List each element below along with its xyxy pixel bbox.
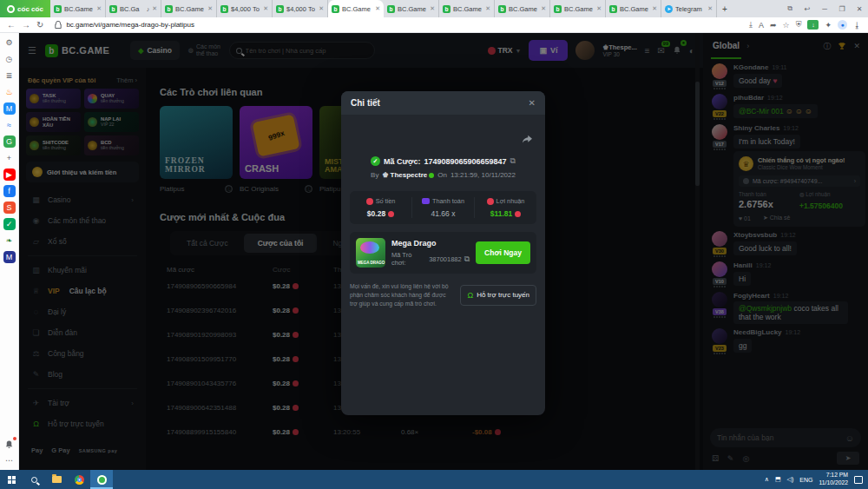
translate-icon[interactable]: A <box>759 21 764 30</box>
shopee-icon[interactable]: S <box>3 202 16 214</box>
games-icon[interactable]: G <box>3 135 16 148</box>
add-shortcut-icon[interactable]: + <box>3 152 16 164</box>
tab-title: Telegram <box>675 5 705 13</box>
tab-close-icon[interactable]: ✕ <box>652 5 657 12</box>
coccoc-taskbar-icon[interactable] <box>90 470 113 489</box>
tab-close-icon[interactable]: ✕ <box>319 5 324 12</box>
back-button[interactable]: ← <box>7 21 16 30</box>
weather-icon[interactable]: ≈ <box>3 119 16 131</box>
share-icon[interactable] <box>522 132 533 148</box>
rail-more-icon[interactable]: ⋯ <box>3 454 16 466</box>
save-page-icon[interactable]: ⤓ <box>749 20 753 30</box>
browser-tab[interactable]: b$4,000 To✕ <box>217 0 273 17</box>
messenger-icon[interactable]: M <box>3 102 16 115</box>
tab-close-icon[interactable]: ✕ <box>375 5 380 12</box>
tab-close-icon[interactable]: ✕ <box>430 5 435 12</box>
maximize-button[interactable]: ❐ <box>833 0 851 17</box>
url-text: bc.game/vi/game/mega-drago-by-platipus <box>66 21 194 29</box>
forward-button[interactable]: → <box>22 21 30 30</box>
trx-coin-icon <box>388 211 394 217</box>
history-icon[interactable]: ◷ <box>3 53 16 65</box>
browser-tab[interactable]: b$4,000 To✕ <box>273 0 328 17</box>
store-icon[interactable]: ✓ <box>3 218 16 230</box>
bet-author[interactable]: ♚Thespectre <box>382 171 434 179</box>
browser-tab[interactable]: bBC.Game✕ <box>161 0 217 17</box>
new-tab-button[interactable]: + <box>717 0 733 17</box>
network-icon[interactable]: ⬒ <box>775 476 781 483</box>
game-art <box>360 241 379 254</box>
game-meta: Mega Drago Mã Trò chơi: 387001882⧉ <box>391 239 470 267</box>
coccoc-logo-icon <box>7 5 15 13</box>
reload-button[interactable]: ↻ <box>36 21 43 30</box>
browser-tab[interactable]: bBC.Game✕ <box>439 0 495 17</box>
start-button[interactable] <box>0 470 23 489</box>
tab-close-icon[interactable]: ✕ <box>152 5 157 12</box>
volume-icon[interactable]: ◁) <box>787 476 794 483</box>
chrome-icon[interactable] <box>68 470 90 489</box>
tab-close-icon[interactable]: ✕ <box>707 5 713 12</box>
extensions-icon[interactable]: ✦ <box>825 21 832 30</box>
tab-close-icon[interactable]: ✕ <box>96 5 102 12</box>
stat-profit: Lợi nhuận $11.81 <box>474 197 536 218</box>
mxv-icon[interactable]: M <box>3 251 16 263</box>
downloads-tray-icon[interactable]: ⭳ <box>853 21 861 30</box>
share-page-icon[interactable]: ➦ <box>770 21 777 30</box>
tab-close-icon[interactable]: ✕ <box>541 5 546 12</box>
browser-tab-strip: cốc cốc bBC.Game✕bBC.Ga♪✕bBC.Game✕b$4,00… <box>0 0 868 17</box>
tab-close-icon[interactable]: ✕ <box>207 5 213 12</box>
notification-bell-icon[interactable] <box>3 438 16 450</box>
live-support-button[interactable]: Ω Hỗ trợ trực tuyến <box>460 285 536 306</box>
downloads-button[interactable]: ↓ <box>807 20 819 30</box>
bookmark-star-icon[interactable]: ☆ <box>783 21 790 30</box>
modal-close-icon[interactable]: ✕ <box>529 98 536 108</box>
tab-close-icon[interactable]: ✕ <box>263 5 268 12</box>
file-explorer-icon[interactable] <box>45 470 68 489</box>
payout-wallet-icon <box>422 198 430 204</box>
action-center-icon[interactable] <box>854 476 863 484</box>
coccoc-brand-label: cốc cốc <box>17 5 43 13</box>
session-restore-icon[interactable]: ↩ <box>799 0 816 17</box>
taskbar-clock[interactable]: 7:12 PM11/10/2022 <box>819 472 848 487</box>
browser-tab[interactable]: bBC.Game✕ <box>495 0 550 17</box>
adblock-shield-icon[interactable]: ⛨ <box>796 20 802 30</box>
taskbar-search-icon[interactable] <box>23 470 45 489</box>
hidden-icons-chevron[interactable]: ∧ <box>765 476 769 483</box>
tab-title: BC.Game <box>398 5 427 13</box>
browser-tab[interactable]: ➤Telegram✕ <box>661 0 717 17</box>
copy-bet-id-icon[interactable]: ⧉ <box>510 156 516 166</box>
window-controls: ⧉ ↩ ─ ❐ ✕ <box>781 0 868 17</box>
browser-tab[interactable]: bBC.Game✕ <box>384 0 439 17</box>
address-bar[interactable]: bc.game/vi/game/mega-drago-by-platipus <box>49 19 743 31</box>
settings-icon[interactable]: ⚙ <box>3 36 16 49</box>
tab-close-icon[interactable]: ✕ <box>596 5 602 12</box>
support-button-label: Hỗ trợ trực tuyến <box>477 291 529 299</box>
youtube-icon[interactable]: ▶ <box>3 169 16 181</box>
browser-tab[interactable]: bBC.Game✕ <box>550 0 606 17</box>
browser-tab[interactable]: bBC.Game✕ <box>606 0 661 17</box>
browser-tab[interactable]: bBC.Ga♪✕ <box>106 0 161 17</box>
profit-value: $11.81 <box>490 209 513 218</box>
feed-icon[interactable]: ≣ <box>3 69 16 82</box>
hot-trends-icon[interactable]: ♨ <box>3 86 16 98</box>
minimize-button[interactable]: ─ <box>816 0 833 17</box>
tab-close-icon[interactable]: ✕ <box>485 5 490 12</box>
browser-tab[interactable]: bBC.Game✕ <box>328 0 384 17</box>
bcgame-favicon: b <box>165 5 173 13</box>
tab-audio-icon[interactable]: ♪ <box>147 6 150 12</box>
tab-search-icon[interactable]: ⧉ <box>781 0 799 17</box>
support-row: Mọi vấn đề, xin vui lòng liên hệ với bộ … <box>350 282 536 308</box>
plant-icon[interactable]: ❧ <box>3 235 16 247</box>
bcgame-favicon: b <box>387 5 395 13</box>
facebook-icon[interactable]: f <box>3 185 16 197</box>
close-button[interactable]: ✕ <box>851 0 868 17</box>
play-now-button[interactable]: Chơi Ngay <box>476 241 530 264</box>
amount-value: $0.28 <box>367 209 385 218</box>
toolbar-icons: ⤓ A ➦ ☆ ⛨ ↓ ✦ ● ⭳ <box>749 20 861 30</box>
bcgame-favicon: b <box>220 5 228 13</box>
profile-icon[interactable]: ● <box>838 20 847 30</box>
copy-game-id-icon[interactable]: ⧉ <box>464 254 470 264</box>
input-language[interactable]: ENG <box>799 477 812 483</box>
tab-title: BC.Game <box>564 5 594 13</box>
browser-tab[interactable]: bBC.Game✕ <box>50 0 106 17</box>
game-thumbnail[interactable]: MEGA DRAGO <box>356 238 385 268</box>
